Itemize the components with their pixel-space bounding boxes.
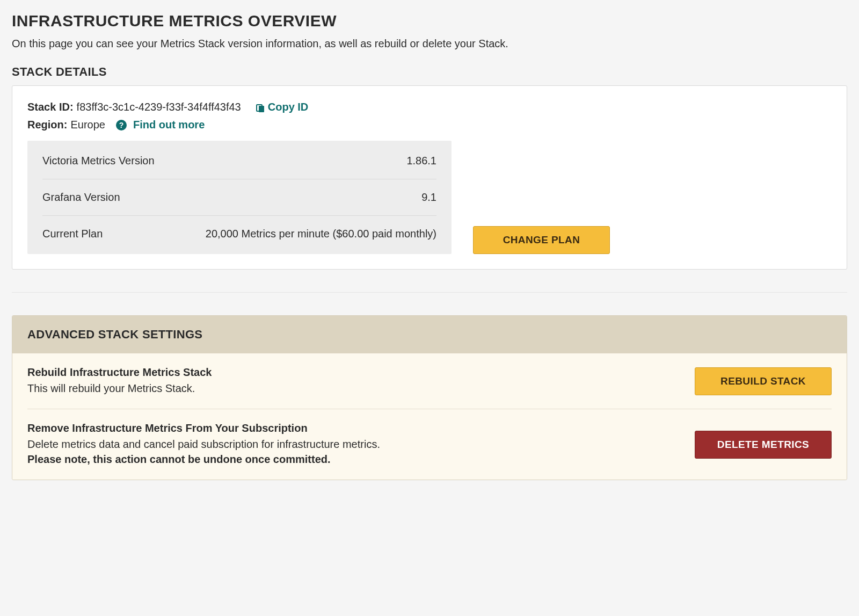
rebuild-stack-item: Rebuild Infrastructure Metrics Stack Thi… — [12, 353, 847, 409]
copy-icon — [256, 103, 265, 112]
stack-id-value: f83ff3c-3c1c-4239-f33f-34f4ff43f43 — [77, 101, 241, 113]
delete-metrics-desc-line1: Delete metrics data and cancel paid subs… — [27, 438, 380, 450]
stack-details-body: Victoria Metrics Version 1.86.1 Grafana … — [27, 141, 832, 254]
copy-id-label: Copy ID — [268, 101, 309, 113]
stack-details-heading: STACK DETAILS — [12, 65, 847, 79]
page-title: INFRASTRUCTURE METRICS OVERVIEW — [12, 12, 847, 30]
page-description: On this page you can see your Metrics St… — [12, 38, 847, 50]
advanced-settings-heading: ADVANCED STACK SETTINGS — [12, 316, 847, 353]
help-icon[interactable]: ? — [116, 120, 127, 131]
delete-metrics-text: Remove Infrastructure Metrics From Your … — [27, 422, 380, 467]
delete-metrics-item: Remove Infrastructure Metrics From Your … — [27, 409, 832, 480]
svg-rect-1 — [259, 106, 264, 112]
change-plan-button[interactable]: CHANGE PLAN — [473, 226, 610, 254]
delete-metrics-desc: Delete metrics data and cancel paid subs… — [27, 437, 380, 467]
rebuild-stack-title: Rebuild Infrastructure Metrics Stack — [27, 366, 212, 379]
copy-id-link[interactable]: Copy ID — [256, 101, 309, 113]
table-row: Victoria Metrics Version 1.86.1 — [27, 143, 452, 179]
stack-details-table: Victoria Metrics Version 1.86.1 Grafana … — [27, 141, 452, 254]
row-label: Current Plan — [42, 228, 103, 240]
region-value: Europe — [70, 119, 105, 131]
advanced-settings-box: ADVANCED STACK SETTINGS Rebuild Infrastr… — [12, 315, 847, 480]
rebuild-stack-desc: This will rebuild your Metrics Stack. — [27, 381, 212, 396]
region-row: Region: Europe ? Find out more — [27, 119, 832, 131]
stack-id-row: Stack ID: f83ff3c-3c1c-4239-f33f-34f4ff4… — [27, 101, 832, 113]
row-value: 9.1 — [421, 191, 436, 204]
table-row: Grafana Version 9.1 — [42, 179, 436, 215]
stack-details-card: Stack ID: f83ff3c-3c1c-4239-f33f-34f4ff4… — [12, 85, 847, 270]
row-label: Victoria Metrics Version — [42, 155, 155, 167]
delete-metrics-desc-line2: Please note, this action cannot be undon… — [27, 453, 331, 465]
region-label: Region: — [27, 119, 67, 131]
rebuild-stack-button[interactable]: REBUILD STACK — [695, 367, 832, 395]
divider — [12, 292, 847, 293]
rebuild-stack-text: Rebuild Infrastructure Metrics Stack Thi… — [27, 366, 212, 396]
delete-metrics-button[interactable]: DELETE METRICS — [695, 431, 832, 459]
delete-metrics-title: Remove Infrastructure Metrics From Your … — [27, 422, 380, 434]
row-value: 1.86.1 — [406, 155, 436, 167]
row-value: 20,000 Metrics per minute ($60.00 paid m… — [206, 228, 436, 240]
find-out-more-link[interactable]: Find out more — [133, 119, 205, 131]
advanced-settings-body: Rebuild Infrastructure Metrics Stack Thi… — [12, 353, 847, 480]
table-row: Current Plan 20,000 Metrics per minute (… — [42, 215, 436, 252]
row-label: Grafana Version — [42, 191, 120, 204]
stack-id-label: Stack ID: — [27, 101, 74, 113]
